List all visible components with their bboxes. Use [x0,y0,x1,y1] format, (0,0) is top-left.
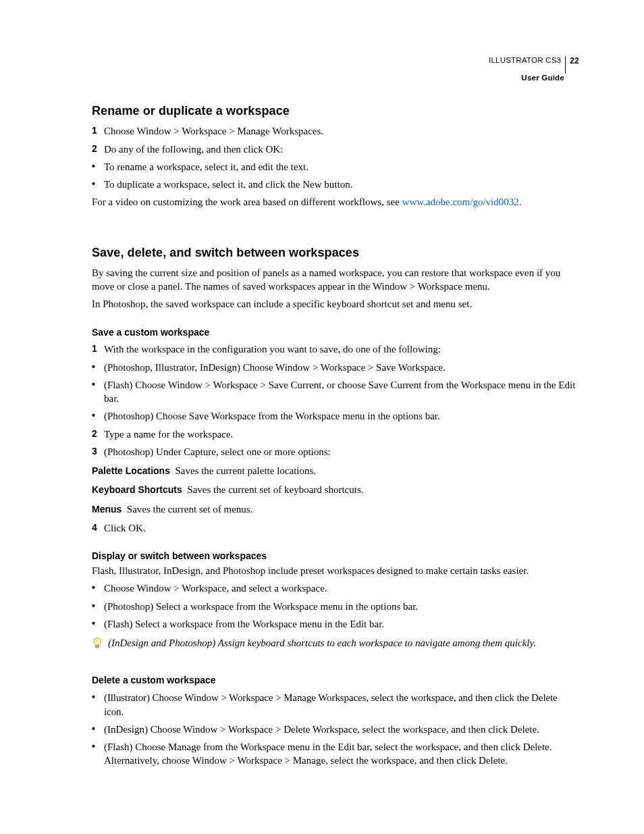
doc-subtitle: User Guide [489,73,579,84]
list-item: • Choose Window > Workspace, and select … [92,581,579,595]
bullet-text: (Photoshop) Select a workspace from the … [104,600,579,613]
step: 3 (Photoshop) Under Capture, select one … [92,445,579,459]
step-number: 1 [92,124,104,138]
paragraph: In Photoshop, the saved workspace can in… [92,297,579,311]
step: 4 Click OK. [92,521,579,535]
bullet-icon: • [92,691,104,719]
step-number: 2 [92,427,104,441]
svg-point-0 [94,638,101,646]
runin-desc: Saves the current palette locations. [175,465,316,476]
step: 2 Type a name for the workspace. [92,427,579,441]
runin-label: Palette Locations [92,465,170,476]
list-item: • To duplicate a workspace, select it, a… [92,178,579,191]
tip-text: (InDesign and Photoshop) Assign keyboard… [108,636,579,650]
text: For a video on customizing the work area… [92,197,402,207]
bullet-icon: • [92,600,104,613]
bullet-text: (Photoshop) Choose Save Workspace from t… [104,409,579,423]
bullet-icon: • [92,178,104,191]
header-rule [565,56,566,74]
paragraph: Flash, Illustrator, InDesign, and Photos… [92,564,579,577]
bullet-text: Choose Window > Workspace, and select a … [104,581,579,595]
step-text: (Photoshop) Under Capture, select one or… [104,445,579,459]
bullet-icon: • [92,378,104,406]
heading-rename-duplicate: Rename or duplicate a workspace [92,103,579,119]
tip: (InDesign and Photoshop) Assign keyboard… [92,636,579,654]
bullet-icon: • [92,617,104,631]
content: Rename or duplicate a workspace 1 Choose… [92,103,579,768]
bullet-text: (Flash) Select a workspace from the Work… [104,617,579,631]
runin-keyboard-shortcuts: Keyboard Shortcuts Saves the current set… [92,483,579,496]
bullet-text: (Flash) Choose Window > Workspace > Save… [104,378,579,406]
heading-save-delete-switch: Save, delete, and switch between workspa… [92,244,579,261]
video-link[interactable]: www.adobe.com/go/vid0032 [402,197,519,207]
runin-label: Menus [92,504,122,515]
list-item: • To rename a workspace, select it, and … [92,160,579,174]
list-item: • (Photoshop, Illustrator, InDesign) Cho… [92,361,579,374]
step-number: 3 [92,445,104,459]
bullet-icon: • [92,723,104,736]
product-name: ILLUSTRATOR CS3 [489,55,561,66]
list-item: • (Flash) Select a workspace from the Wo… [92,617,579,631]
paragraph: For a video on customizing the work area… [92,195,579,209]
list-item: • (Illustrator) Choose Window > Workspac… [92,691,579,719]
bullet-icon: • [92,740,104,768]
lightbulb-icon [92,637,103,654]
runin-desc: Saves the current set of menus. [127,504,253,515]
subhead-display-switch: Display or switch between workspaces [92,550,579,563]
step: 2 Do any of the following, and then clic… [92,142,579,156]
subhead-save-custom: Save a custom workspace [92,326,579,339]
bullet-icon: • [92,361,104,374]
step: 1 With the workspace in the configuratio… [92,342,579,356]
runin-palette-locations: Palette Locations Saves the current pale… [92,464,579,477]
paragraph: By saving the current size and position … [92,266,579,294]
step-text: Click OK. [104,521,579,535]
list-item: • (Flash) Choose Manage from the Workspa… [92,740,579,768]
step: 1 Choose Window > Workspace > Manage Wor… [92,124,579,138]
page-number: 22 [570,55,579,66]
runin-desc: Saves the current set of keyboard shortc… [187,484,363,495]
bullet-text: (InDesign) Choose Window > Workspace > D… [104,723,579,736]
bullet-text: To rename a workspace, select it, and ed… [104,160,579,174]
running-header: ILLUSTRATOR CS3 22 User Guide [489,55,579,84]
bullet-icon: • [92,581,104,595]
list-item: • (Flash) Choose Window > Workspace > Sa… [92,378,579,406]
bullet-text: To duplicate a workspace, select it, and… [104,178,579,191]
subhead-delete-custom: Delete a custom workspace [92,674,579,687]
list-item: • (Photoshop) Select a workspace from th… [92,600,579,613]
step-text: With the workspace in the configuration … [104,342,579,356]
step-text: Choose Window > Workspace > Manage Works… [104,124,579,138]
step-number: 2 [92,142,104,156]
bullet-icon: • [92,160,104,174]
bullet-text: (Flash) Choose Manage from the Workspace… [104,740,579,768]
step-number: 1 [92,342,104,356]
bullet-text: (Photoshop, Illustrator, InDesign) Choos… [104,361,579,374]
bullet-text: (Illustrator) Choose Window > Workspace … [104,691,579,719]
step-text: Type a name for the workspace. [104,427,579,441]
step-text: Do any of the following, and then click … [104,142,579,156]
bullet-icon: • [92,409,104,423]
runin-label: Keyboard Shortcuts [92,484,182,495]
page: ILLUSTRATOR CS3 22 User Guide Rename or … [0,0,644,834]
list-item: • (InDesign) Choose Window > Workspace >… [92,723,579,736]
runin-menus: Menus Saves the current set of menus. [92,502,579,516]
list-item: • (Photoshop) Choose Save Workspace from… [92,409,579,423]
text: . [519,197,522,207]
step-number: 4 [92,521,104,535]
